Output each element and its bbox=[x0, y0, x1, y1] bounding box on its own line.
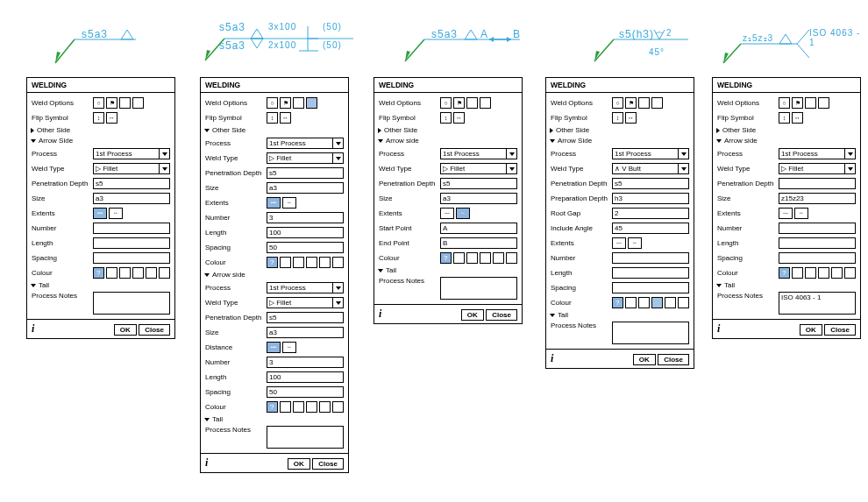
pen-depth-input[interactable]: s5 bbox=[440, 178, 517, 189]
process-select[interactable]: 1st Process bbox=[612, 148, 689, 159]
size-input[interactable]: a3 bbox=[267, 182, 344, 194]
number-input[interactable]: 3 bbox=[267, 212, 344, 223]
c5[interactable] bbox=[678, 297, 689, 308]
spacing-input[interactable] bbox=[612, 282, 689, 293]
spacing-input-as[interactable]: 50 bbox=[267, 386, 344, 398]
eb1[interactable]: — bbox=[612, 237, 626, 249]
size-input[interactable]: a3 bbox=[440, 193, 517, 204]
weld-type-select[interactable]: ▷ Fillet bbox=[779, 163, 856, 174]
c4-as[interactable] bbox=[319, 401, 331, 413]
flip-v-button[interactable]: ↕ bbox=[93, 112, 104, 124]
weld-type-select-as[interactable]: ▷ Fillet bbox=[267, 297, 344, 308]
distance-btn-1[interactable]: ••• bbox=[267, 342, 281, 353]
length-input-as[interactable]: 100 bbox=[267, 371, 344, 383]
pen-depth-input[interactable]: s5 bbox=[267, 167, 344, 179]
flag-icon[interactable]: ○ bbox=[93, 97, 104, 109]
size-input-as[interactable]: a3 bbox=[267, 327, 344, 338]
colour-2[interactable] bbox=[119, 267, 131, 279]
length-input[interactable]: 100 bbox=[267, 227, 344, 238]
colour-4[interactable] bbox=[146, 267, 157, 279]
extents-btn-2[interactable]: ↔ bbox=[109, 208, 123, 219]
c5[interactable] bbox=[332, 257, 344, 268]
extents-btn-1[interactable]: ••• bbox=[267, 197, 281, 209]
opt1-icon[interactable]: ○ bbox=[267, 97, 278, 109]
process-notes-input[interactable] bbox=[612, 322, 689, 344]
length-input[interactable] bbox=[93, 237, 170, 249]
end-point-input[interactable]: B bbox=[440, 237, 517, 249]
close-button[interactable]: Close bbox=[658, 354, 689, 365]
opt2-icon[interactable]: ⚑ bbox=[280, 97, 291, 109]
include-angle-input[interactable]: 45 bbox=[612, 223, 689, 234]
pen-depth-input-as[interactable]: s5 bbox=[267, 312, 344, 323]
ok-button[interactable]: OK bbox=[288, 458, 310, 470]
prep-depth-input[interactable]: h3 bbox=[612, 193, 689, 204]
number-input-as[interactable]: 3 bbox=[267, 357, 344, 368]
c1[interactable] bbox=[792, 267, 803, 279]
weld-type-select[interactable]: ∧ V Butt bbox=[612, 163, 689, 174]
fv[interactable]: ↕ bbox=[612, 112, 623, 124]
process-select[interactable]: 1st Process bbox=[267, 138, 344, 149]
process-notes-input[interactable]: ISO 4063 - 1 bbox=[779, 292, 856, 315]
o4[interactable] bbox=[818, 97, 829, 109]
fh[interactable]: ↔ bbox=[453, 112, 465, 124]
ok-button[interactable]: OK bbox=[114, 324, 137, 336]
eb2[interactable]: ↔ bbox=[628, 237, 642, 249]
process-select-as[interactable]: 1st Process bbox=[267, 282, 344, 293]
opt3-icon[interactable] bbox=[293, 97, 304, 109]
c5-as[interactable] bbox=[332, 401, 344, 413]
fv[interactable]: ↕ bbox=[779, 112, 790, 124]
other-side-toggle[interactable]: Other Side bbox=[716, 126, 856, 134]
fh[interactable]: ↔ bbox=[625, 112, 637, 124]
tail-toggle[interactable]: Tail bbox=[204, 415, 344, 423]
cq[interactable]: ? bbox=[440, 252, 452, 264]
c2[interactable] bbox=[805, 267, 816, 279]
opt4-icon[interactable] bbox=[306, 97, 317, 109]
c4[interactable] bbox=[665, 297, 676, 308]
ok-button[interactable]: OK bbox=[633, 354, 656, 365]
colour-3[interactable] bbox=[132, 267, 144, 279]
colour-5[interactable] bbox=[159, 267, 170, 279]
process-select[interactable]: 1st Process bbox=[779, 148, 856, 159]
info-icon[interactable]: i bbox=[379, 308, 381, 321]
c1-as[interactable] bbox=[280, 401, 291, 413]
other-side-toggle[interactable]: Other Side bbox=[204, 126, 344, 134]
tail-toggle[interactable]: Tail bbox=[31, 281, 170, 289]
flip-h-button[interactable]: ↔ bbox=[106, 112, 117, 124]
tail-toggle[interactable]: Tail bbox=[550, 311, 689, 319]
other-side-toggle[interactable]: Other Side bbox=[550, 126, 689, 134]
c5[interactable] bbox=[506, 252, 517, 264]
eb2[interactable]: ↔ bbox=[794, 208, 808, 219]
arrow-side-toggle[interactable]: Arrow side bbox=[716, 137, 856, 145]
fv[interactable]: ↕ bbox=[440, 112, 452, 124]
c2[interactable] bbox=[293, 257, 304, 268]
opt3-icon[interactable] bbox=[119, 97, 131, 109]
spacing-input[interactable] bbox=[779, 252, 856, 264]
process-select[interactable]: 1st Process bbox=[93, 148, 170, 159]
info-icon[interactable]: i bbox=[205, 456, 208, 470]
process-select[interactable]: 1st Process bbox=[440, 148, 517, 159]
c4[interactable] bbox=[831, 267, 843, 279]
cq[interactable]: ? bbox=[779, 267, 790, 279]
fh[interactable]: ↔ bbox=[792, 112, 803, 124]
other-side-toggle[interactable]: Other Side bbox=[378, 126, 517, 134]
extents-btn-1[interactable]: ••• bbox=[93, 208, 107, 219]
o2[interactable]: ⚑ bbox=[453, 97, 465, 109]
close-button[interactable]: Close bbox=[139, 324, 170, 336]
arrow-side-toggle[interactable]: Arrow side bbox=[204, 271, 344, 279]
c4[interactable] bbox=[493, 252, 504, 264]
o1[interactable]: ○ bbox=[440, 97, 452, 109]
colour-1[interactable] bbox=[106, 267, 117, 279]
root-gap-input[interactable]: 2 bbox=[612, 208, 689, 219]
process-notes-input[interactable] bbox=[267, 426, 344, 449]
ok-button[interactable]: OK bbox=[461, 309, 484, 321]
info-icon[interactable]: i bbox=[551, 352, 553, 365]
process-notes-input[interactable] bbox=[93, 292, 170, 315]
o1[interactable]: ○ bbox=[779, 97, 790, 109]
colour-q-as[interactable]: ? bbox=[267, 401, 278, 413]
c3-as[interactable] bbox=[306, 401, 317, 413]
weld-type-select[interactable]: ▷ Fillet bbox=[440, 163, 517, 174]
colour-q[interactable]: ? bbox=[267, 257, 278, 268]
o4[interactable] bbox=[480, 97, 491, 109]
c1[interactable] bbox=[625, 297, 637, 308]
close-button[interactable]: Close bbox=[824, 324, 856, 336]
